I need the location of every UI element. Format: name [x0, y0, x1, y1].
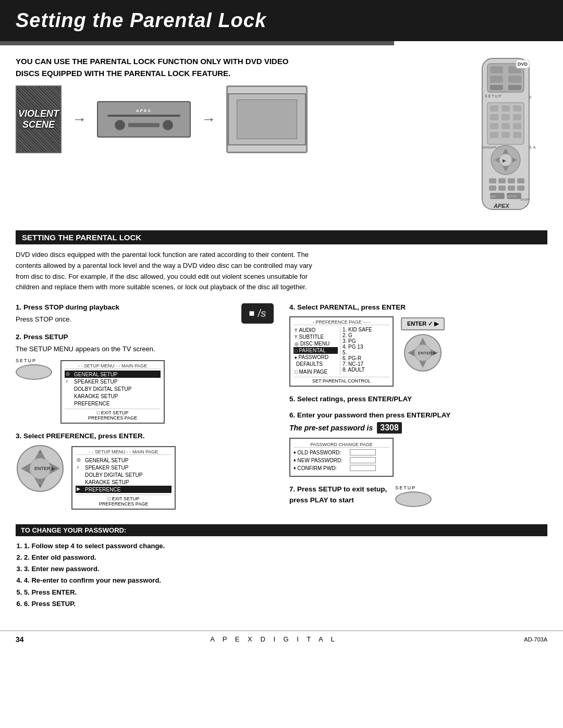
svg-rect-37 [517, 186, 524, 191]
change-step-1: 1. Follow step 4 to select password chan… [24, 540, 547, 552]
parental-subtitle: TSUBTITLE [293, 334, 338, 340]
setup-menu-mockup: - - SETUP MENU - - MAIN PAGE ◎GENERAL SE… [60, 360, 165, 424]
new-password-row: ♦ NEW PASSWORD: [293, 457, 389, 463]
step-1-image: ■ /s [241, 303, 274, 324]
step-7-title: 7. Press SETUP to exit setup, [289, 485, 387, 493]
step-7-setup-button: SETUP [395, 485, 432, 507]
parental-menu-title: - PREFERENCE PAGE - - - [293, 319, 389, 325]
change-password-list: 1. Follow step 4 to select password chan… [16, 540, 547, 610]
change-password-heading: TO CHANGE YOUR PASSWORD: [16, 524, 547, 536]
svg-text:∧: ∧ [39, 450, 42, 454]
confirm-password-label: CONFIRM PWD: [298, 465, 350, 471]
nav-cross-image: ENTER ▶ < > ∧ ∨ [16, 444, 65, 495]
setup-button-area: SETUP [16, 358, 52, 380]
parental-left-panel: TAUDIO TSUBTITLE ◎DISC MENU □PARENTAL ♦P… [293, 327, 340, 375]
step-7-content: 7. Press SETUP to exit setup, press PLAY… [289, 485, 387, 507]
svg-rect-2 [490, 66, 503, 73]
new-password-input [350, 457, 376, 463]
remote-svg: SETUP ENTER/PLAY [474, 56, 537, 223]
pref-menu-karaoke: KARAOKE SETUP [76, 478, 172, 486]
menu-item-karaoke: KARAOKE SETUP [65, 392, 161, 400]
setup-label-7: SETUP [395, 485, 432, 490]
menu-item-speaker: ♪SPEAKER SETUP [65, 378, 161, 385]
step-2-block: 2. Press SETUP The SETUP MENU appears on… [16, 333, 274, 424]
change-password-section: TO CHANGE YOUR PASSWORD: 1. Follow step … [16, 524, 547, 610]
svg-rect-21 [513, 132, 521, 138]
svg-text:∨: ∨ [39, 483, 42, 488]
password-page-title: PASSWORD CHANGE PAGE [293, 442, 389, 448]
svg-text:S/TTO: S/TTO [507, 195, 517, 198]
svg-text:>: > [51, 468, 54, 473]
company-name: A P E X D I G I T A L [210, 635, 338, 643]
pref-menu-preference: ▶PREFERENCE [76, 486, 172, 493]
violent-scene-image: VIOLENT SCENE [16, 85, 62, 153]
svg-text:<: < [26, 468, 29, 473]
svg-text:APEX: APEX [493, 203, 510, 209]
pref-menu-title: - - SETUP MENU - - MAIN PAGE [76, 449, 172, 455]
svg-rect-20 [501, 132, 510, 138]
pref-menu-speaker: ♪SPEAKER SETUP [76, 464, 172, 471]
svg-rect-4 [490, 76, 503, 83]
step-4-block: 4. Select PARENTAL, press ENTER - PREFER… [289, 303, 547, 387]
svg-text:STOP: STOP [520, 198, 529, 201]
svg-text:▶: ▶ [503, 158, 506, 163]
left-column: 1. Press STOP during playback Press STOP… [16, 303, 274, 518]
step-4-title: 4. Select PARENTAL, press ENTER [289, 303, 547, 311]
step-1-title: 1. Press STOP during playback [16, 303, 236, 311]
pref-menu-footer: □ EXIT SETUP PREFERENCES PAGE [76, 495, 172, 507]
enter-button-area: ENTER ✓ ▶ ENTER ▶ < > [401, 317, 445, 373]
nav-cross-small: ENTER ▶ < > [403, 334, 443, 373]
description-text: DVD video discs equipped with the parent… [16, 250, 318, 293]
svg-rect-32 [508, 178, 515, 183]
new-password-label: NEW PASSWORD: [298, 458, 350, 463]
svg-text:2: 2 [529, 95, 531, 99]
step-6-title: 6. Enter your password then press ENTER/… [289, 411, 547, 419]
intro-text: YOU CAN USE THE PARENTAL LOCK FUNCTION O… [16, 56, 308, 79]
menu-item-general: ◎GENERAL SETUP [65, 371, 161, 378]
svg-point-28 [499, 154, 512, 166]
change-step-3: 3. Enter new password. [24, 563, 547, 575]
svg-rect-36 [508, 186, 515, 191]
menu-item-dolby: DOLBY DIGITAL SETUP [65, 385, 161, 392]
step-6-block: 6. Enter your password then press ENTER/… [289, 411, 547, 477]
step-5-title: 5. Select ratings, press ENTER/PLAY [289, 395, 547, 403]
parental-menu-mockup: - PREFERENCE PAGE - - - TAUDIO TSUBTITLE… [289, 316, 394, 387]
preset-password-label: The pre-set password is [289, 424, 373, 432]
svg-rect-17 [501, 123, 510, 129]
page-footer: 34 A P E X D I G I T A L AD-703A [0, 631, 563, 648]
svg-rect-5 [508, 76, 521, 83]
header-underline [0, 41, 394, 45]
setup-oval-7 [395, 491, 432, 507]
setup-oval-button [16, 364, 52, 380]
svg-rect-16 [490, 123, 498, 129]
svg-rect-34 [489, 186, 496, 191]
svg-rect-33 [517, 178, 524, 183]
old-password-label: OLD PASSWORD: [298, 450, 350, 455]
setup-label: SETUP [16, 358, 52, 363]
steps-grid: 1. Press STOP during playback Press STOP… [16, 303, 547, 518]
password-change-mockup: PASSWORD CHANGE PAGE ♦ OLD PASSWORD: ♦ N… [289, 438, 394, 477]
pref-menu-dolby: DOLBY DIGITAL SETUP [76, 471, 172, 478]
page-title: Setting the Parental Lock [16, 9, 547, 32]
page-header: Setting the Parental Lock [0, 0, 563, 41]
two-panel-menu: TAUDIO TSUBTITLE ◎DISC MENU □PARENTAL ♦P… [293, 327, 389, 375]
right-column: 4. Select PARENTAL, press ENTER - PREFER… [289, 303, 547, 518]
preference-menu-mockup: - - SETUP MENU - - MAIN PAGE ◎GENERAL SE… [71, 446, 176, 510]
svg-text:>: > [432, 351, 434, 356]
parental-menu-footer-label: SET PARENTAL CONTROL [293, 377, 389, 384]
model-number: AD-703A [524, 636, 547, 643]
svg-rect-19 [490, 132, 498, 138]
svg-rect-18 [513, 123, 521, 129]
images-row: VIOLENT SCENE → APEX → [16, 85, 308, 153]
svg-rect-35 [498, 186, 506, 191]
svg-text:DVD: DVD [518, 61, 528, 67]
step-2-title: 2. Press SETUP [16, 333, 274, 341]
change-step-6: 6. Press SETUP. [24, 598, 547, 610]
dvd-player-image: APEX [97, 101, 191, 138]
old-password-row: ♦ OLD PASSWORD: [293, 449, 389, 455]
violent-scene-label: VIOLENT SCENE [17, 108, 60, 130]
old-password-icon: ♦ [293, 450, 296, 455]
step-7-block: 7. Press SETUP to exit setup, press PLAY… [289, 485, 547, 507]
section-heading: SETTING THE PARENTAL LOCK [16, 230, 547, 244]
svg-rect-30 [489, 178, 496, 183]
